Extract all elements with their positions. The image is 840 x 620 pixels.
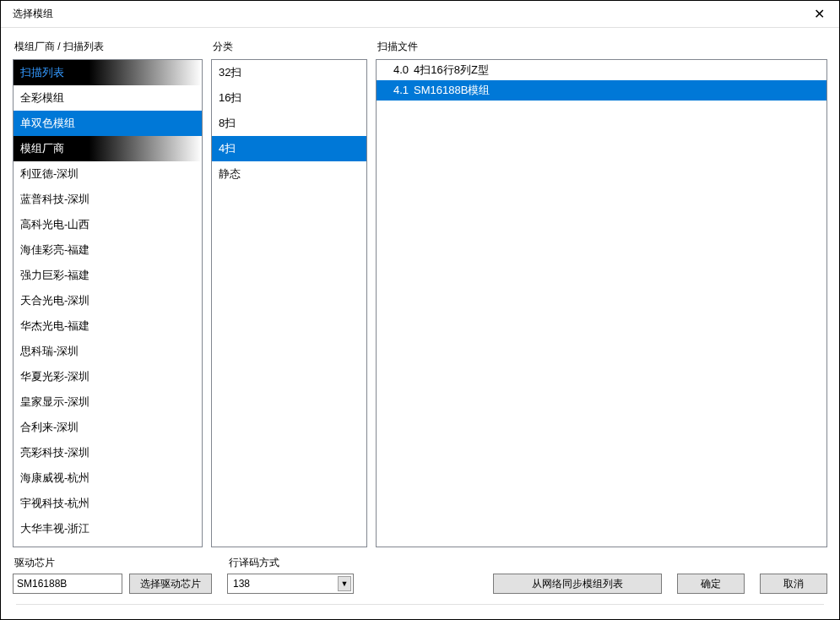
vendor-list-item[interactable]: 亮彩科技-深圳 — [14, 440, 202, 465]
vendor-list-item[interactable]: 大华丰视-浙江 — [14, 516, 202, 541]
vendor-list-item[interactable]: 华夏光彩-深圳 — [14, 364, 202, 389]
decode-mode-dropdown[interactable]: 138 ▼ — [227, 574, 354, 594]
vendor-list-item[interactable]: 天合光电-深圳 — [14, 288, 202, 313]
vendor-list-item[interactable]: 利亚德-深圳 — [14, 161, 202, 187]
vendor-list-item[interactable]: 海佳彩亮-福建 — [14, 237, 202, 263]
vendor-list-item[interactable]: 模组厂商 — [14, 136, 202, 161]
vendor-header: 模组厂商 / 扫描列表 — [13, 38, 203, 59]
driver-chip-label: 驱动芯片 — [13, 556, 212, 570]
vendor-column: 模组厂商 / 扫描列表 扫描列表全彩模组单双色模组模组厂商利亚德-深圳蓝普科技-… — [13, 38, 203, 547]
driver-chip-group: 驱动芯片 选择驱动芯片 — [13, 556, 212, 594]
decode-mode-group: 行译码方式 138 ▼ — [227, 556, 354, 594]
titlebar: 选择模组 ✕ — [1, 1, 839, 28]
scanfile-list-item[interactable]: 4.04扫16行8列Z型 — [377, 60, 826, 80]
category-column: 分类 32扫16扫8扫4扫静态 — [211, 38, 367, 547]
category-list-item[interactable]: 4扫 — [212, 136, 366, 161]
scanfile-column: 扫描文件 4.04扫16行8列Z型4.1SM16188B模组 — [376, 38, 827, 547]
vendor-list-item[interactable]: 皇家显示-深圳 — [14, 389, 202, 415]
vendor-list-item[interactable]: 强力巨彩-福建 — [14, 263, 202, 288]
columns: 模组厂商 / 扫描列表 扫描列表全彩模组单双色模组模组厂商利亚德-深圳蓝普科技-… — [13, 38, 827, 547]
vendor-list-item[interactable]: 蓝普科技-深圳 — [14, 187, 202, 212]
vendor-list-item[interactable]: 思科瑞-深圳 — [14, 339, 202, 364]
sync-from-network-button[interactable]: 从网络同步模组列表 — [493, 574, 662, 594]
vendor-list-item[interactable]: 海康威视-杭州 — [14, 465, 202, 491]
bottom-bar: 驱动芯片 选择驱动芯片 行译码方式 138 ▼ 从网络同步模组列表 确定 取消 — [13, 547, 827, 604]
window-title: 选择模组 — [13, 7, 807, 21]
vendor-list-item[interactable]: 单双色模组 — [14, 111, 202, 136]
vendor-list-item[interactable]: 宇视科技-杭州 — [14, 491, 202, 516]
chevron-down-icon: ▼ — [338, 576, 351, 591]
category-header: 分类 — [211, 38, 367, 59]
content-area: 模组厂商 / 扫描列表 扫描列表全彩模组单双色模组模组厂商利亚德-深圳蓝普科技-… — [1, 28, 839, 619]
scanfile-header: 扫描文件 — [376, 38, 827, 59]
scanfile-item-num: 4.0 — [385, 60, 409, 80]
driver-chip-input[interactable] — [13, 574, 122, 594]
scanfile-item-label: 4扫16行8列Z型 — [414, 63, 489, 76]
vendor-list-item[interactable]: 合利来-深圳 — [14, 415, 202, 440]
select-driver-chip-button[interactable]: 选择驱动芯片 — [129, 574, 212, 594]
vendor-list-item[interactable]: 全彩模组 — [14, 85, 202, 111]
close-button[interactable]: ✕ — [807, 3, 831, 26]
scanfile-item-label: SM16188B模组 — [414, 84, 490, 96]
vendor-list-item[interactable]: 扫描列表 — [14, 60, 202, 85]
category-list-item[interactable]: 16扫 — [212, 85, 366, 111]
ok-button[interactable]: 确定 — [677, 574, 745, 594]
decode-mode-label: 行译码方式 — [227, 556, 354, 570]
category-list-item[interactable]: 静态 — [212, 161, 366, 187]
decode-mode-value: 138 — [233, 578, 338, 590]
category-list-item[interactable]: 8扫 — [212, 111, 366, 136]
scanfile-listbox[interactable]: 4.04扫16行8列Z型4.1SM16188B模组 — [376, 59, 827, 547]
category-list-item[interactable]: 32扫 — [212, 60, 366, 85]
dialog-window: 选择模组 ✕ 模组厂商 / 扫描列表 扫描列表全彩模组单双色模组模组厂商利亚德-… — [0, 0, 840, 620]
scanfile-list-item[interactable]: 4.1SM16188B模组 — [377, 80, 826, 101]
vendor-list-item[interactable]: 华杰光电-福建 — [14, 313, 202, 339]
vendor-list-item[interactable]: 高科光电-山西 — [14, 212, 202, 237]
scanfile-item-num: 4.1 — [385, 80, 409, 101]
category-listbox[interactable]: 32扫16扫8扫4扫静态 — [211, 59, 367, 547]
cancel-button[interactable]: 取消 — [760, 574, 827, 594]
vendor-listbox[interactable]: 扫描列表全彩模组单双色模组模组厂商利亚德-深圳蓝普科技-深圳高科光电-山西海佳彩… — [13, 59, 203, 547]
footer-separator — [16, 604, 824, 619]
